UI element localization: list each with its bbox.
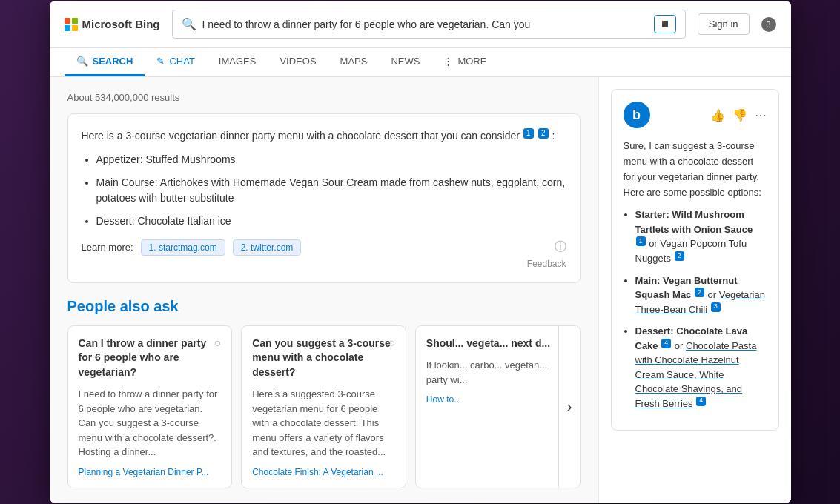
tab-images-label: IMAGES [219,56,257,67]
citation-2: 2 [538,128,549,139]
ellipsis-icon: ⋮ [443,56,453,67]
more-options-button[interactable]: ⋯ [755,108,767,122]
header: Microsoft Bing 🔍 ◾ Sign in 3 [50,1,791,48]
chat-bullet-1: Starter: Wild Mushroom Tartlets with Oni… [635,208,767,265]
tab-news[interactable]: NEWS [379,48,431,76]
answer-intro-text: Here is a 3-course vegetarian dinner par… [82,130,520,142]
info-icon[interactable]: ⓘ [555,239,566,255]
dessert-or: or [675,340,686,351]
card-1-icon: ○ [214,336,222,350]
learn-more-label: Learn more: [82,242,133,253]
card-3-question: Shoul... vegeta... next d... [426,336,569,351]
card-1-question: Can I throw a dinner party for 6 people … [79,336,222,380]
starter-or: or [649,238,660,249]
bing-logo: b [624,102,650,128]
feedback-text: Feedback [82,259,566,269]
thumbs-up-button[interactable]: 👍 [710,108,725,122]
cite-main-2: 3 [711,302,721,312]
card-3: Shoul... vegeta... next d... If lookin..… [415,325,581,488]
tab-search[interactable]: 🔍 SEARCH [65,48,145,76]
answer-colon: : [552,130,555,142]
cite-main-1: 2 [695,288,704,297]
chat-intro: Sure, I can suggest a 3-course menu with… [624,140,761,197]
user-badge: 3 [761,17,776,32]
search-icon: 🔍 [182,17,196,31]
nav-tabs: 🔍 SEARCH ✎ CHAT IMAGES VIDEOS MAPS NEWS … [50,48,791,77]
card-2-text: Here's a suggested 3-course vegetarian m… [252,387,395,460]
dessert-prefix: Dessert: [635,325,677,336]
tab-images[interactable]: IMAGES [207,48,268,76]
chat-bullets: Starter: Wild Mushroom Tartlets with Oni… [635,208,767,411]
thumbs-down-button[interactable]: 👎 [732,108,747,122]
search-input[interactable] [202,19,648,30]
learn-more: Learn more: 1. starctmag.com 2. twitter.… [82,239,566,256]
results-count: About 534,000,000 results [67,92,581,103]
bullet-1: Appetizer: Stuffed Mushrooms [96,152,566,168]
source-link-2[interactable]: 2. twitter.com [233,239,302,256]
cards-row: ○ Can I throw a dinner party for 6 peopl… [67,325,581,488]
answer-bullets: Appetizer: Stuffed Mushrooms Main Course… [96,152,566,229]
card-2: ○ Can you suggest a 3-course menu with a… [241,325,406,488]
card-2-link[interactable]: Chocolate Finish: A Vegetarian ... [252,467,395,477]
answer-box: Here is a 3-course vegetarian dinner par… [67,113,581,282]
card-2-icon: ○ [388,336,395,350]
source-link-1[interactable]: 1. starctmag.com [141,239,225,256]
bing-chat-header: b 👍 👎 ⋯ [624,102,767,128]
left-panel: About 534,000,000 results Here is a 3-co… [50,77,598,503]
cite-dessert-2: 4 [696,397,706,406]
right-panel: b 👍 👎 ⋯ Sure, I can suggest a 3-course m… [598,77,791,503]
chat-response: Sure, I can suggest a 3-course menu with… [624,139,767,411]
search-tab-icon: 🔍 [76,56,88,67]
card-1-link[interactable]: Planning a Vegetarian Dinner P... [79,467,222,477]
tab-more-label: MORE [457,56,486,67]
cite-dessert-1: 4 [661,339,671,348]
tab-chat[interactable]: ✎ CHAT [145,48,206,76]
people-also-ask-title: People also ask [67,298,581,315]
main-or: or [708,289,719,300]
tab-chat-label: CHAT [169,56,194,67]
people-also-ask: People also ask ○ Can I throw a dinner p… [67,298,581,488]
cite-starter-1: 1 [636,236,646,246]
card-nav-arrow[interactable]: › [558,326,581,488]
card-2-question: Can you suggest a 3-course menu with a c… [252,336,395,380]
citation-1: 1 [523,128,534,139]
main-prefix: Main: [635,275,664,286]
logo: Microsoft Bing [65,18,160,31]
card-1-text: I need to throw a dinner party for 6 peo… [79,387,222,460]
search-bar[interactable]: 🔍 ◾ [172,10,686,39]
tab-maps-label: MAPS [340,56,368,67]
card-1: ○ Can I throw a dinner party for 6 peopl… [67,325,233,488]
chat-bullet-3: Dessert: Chocolate Lava Cake 4 or Chocol… [635,324,767,411]
tab-videos[interactable]: VIDEOS [268,48,328,76]
tab-more[interactable]: ⋮ MORE [431,48,498,76]
bullet-3: Dessert: Chocolate Italian ice [96,213,566,229]
chat-actions: 👍 👎 ⋯ [710,108,767,122]
card-3-link[interactable]: How to... [426,394,569,405]
logo-text: Microsoft Bing [82,18,160,30]
bing-chat-box: b 👍 👎 ⋯ Sure, I can suggest a 3-course m… [611,89,779,431]
main-content: About 534,000,000 results Here is a 3-co… [50,77,791,503]
starter-prefix: Starter: [635,209,672,220]
tab-videos-label: VIDEOS [280,56,316,67]
tab-maps[interactable]: MAPS [328,48,380,76]
chat-tab-icon: ✎ [156,56,165,67]
answer-intro: Here is a 3-course vegetarian dinner par… [82,127,566,144]
bullet-2: Main Course: Artichokes with Homemade Ve… [96,175,566,206]
logo-icon [65,18,78,31]
browser-window: Microsoft Bing 🔍 ◾ Sign in 3 🔍 SEARCH ✎ … [50,1,791,503]
signin-button[interactable]: Sign in [698,13,750,35]
chat-bullet-2: Main: Vegan Butternut Squash Mac 2 or Ve… [635,273,767,317]
tab-search-label: SEARCH [93,56,133,67]
tab-news-label: NEWS [391,56,420,67]
cite-starter-2: 2 [675,251,684,261]
card-3-text: If lookin... carbo... vegetan... party w… [426,358,569,387]
camera-icon[interactable]: ◾ [654,15,676,33]
